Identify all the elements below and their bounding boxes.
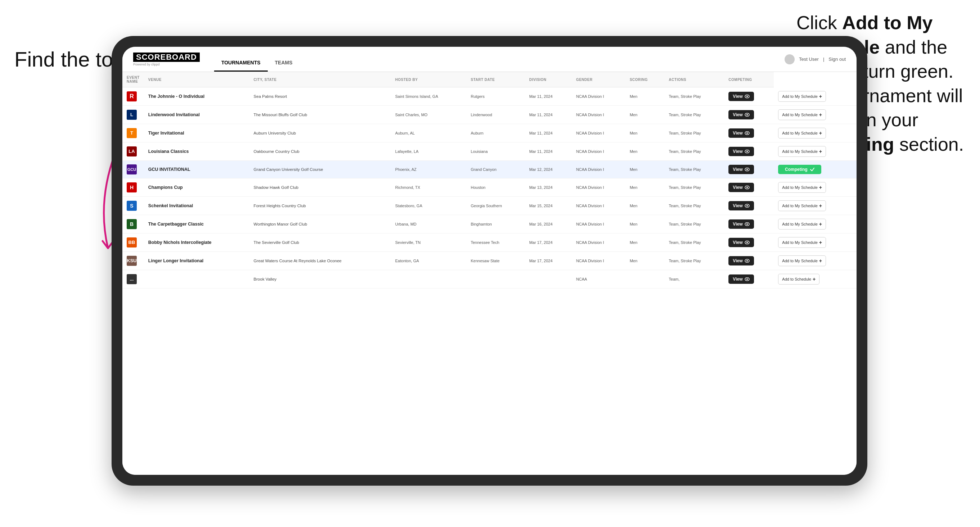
- team-logo: H: [127, 183, 137, 192]
- svg-point-7: [746, 151, 748, 152]
- cell-date: Mar 17, 2024: [525, 251, 571, 270]
- svg-point-1: [746, 96, 748, 97]
- cell-venue: Shadow Hawk Golf Club: [250, 178, 391, 197]
- svg-point-13: [746, 205, 748, 206]
- cell-date: Mar 13, 2024: [525, 178, 571, 197]
- col-header-gender: GENDER: [572, 72, 625, 87]
- cell-hosted: Georgia Southern: [466, 197, 525, 215]
- svg-point-21: [746, 278, 748, 280]
- nav-right: Test User | Sign out: [784, 54, 846, 64]
- add-to-schedule-button[interactable]: Add to My Schedule +: [778, 200, 826, 211]
- cell-gender: Men: [625, 251, 665, 270]
- view-button[interactable]: View: [729, 92, 754, 101]
- cell-actions: View: [724, 215, 774, 233]
- cell-gender: Men: [625, 124, 665, 142]
- cell-actions: View: [724, 142, 774, 160]
- cell-scoring: Team, Stroke Play: [664, 178, 724, 197]
- cell-actions: View: [724, 87, 774, 106]
- view-button[interactable]: View: [729, 183, 754, 192]
- table-row: RThe Johnnie - O IndividualSea Palms Res…: [123, 87, 857, 106]
- cell-logo: LA: [123, 142, 144, 160]
- cell-hosted: Houston: [466, 178, 525, 197]
- team-logo: GCU: [127, 164, 137, 175]
- add-to-schedule-button[interactable]: Add to My Schedule +: [778, 219, 826, 230]
- add-to-schedule-button[interactable]: Add to My Schedule +: [778, 146, 826, 157]
- navbar: SCOREBOARD Powered by clippd TOURNAMENTS…: [123, 47, 857, 72]
- cell-venue: Oakbourne Country Club: [250, 142, 391, 160]
- view-button[interactable]: View: [729, 256, 754, 265]
- view-button[interactable]: View: [729, 147, 754, 156]
- competing-button[interactable]: Competing: [778, 165, 821, 174]
- cell-logo: L: [123, 105, 144, 124]
- cell-date: [525, 270, 571, 288]
- view-button[interactable]: View: [729, 219, 754, 229]
- add-to-schedule-button[interactable]: Add to My Schedule +: [778, 128, 826, 138]
- cell-venue: Worthington Manor Golf Club: [250, 215, 391, 233]
- cell-event-name: Tiger Invitational: [144, 124, 250, 142]
- view-button[interactable]: View: [729, 165, 754, 174]
- view-button[interactable]: View: [729, 275, 754, 284]
- col-header-event: EVENT NAME: [123, 72, 144, 87]
- cell-gender: Men: [625, 178, 665, 197]
- cell-actions: View: [724, 197, 774, 215]
- team-logo: BB: [127, 237, 137, 248]
- add-to-schedule-button[interactable]: Add to My Schedule +: [778, 237, 826, 248]
- cell-event-name: Linger Longer Invitational: [144, 251, 250, 270]
- cell-logo: T: [123, 124, 144, 142]
- view-button[interactable]: View: [729, 238, 754, 247]
- logo-scoreboard: SCOREBOARD: [133, 52, 200, 62]
- col-header-city: CITY, STATE: [250, 72, 391, 87]
- tablet-screen: SCOREBOARD Powered by clippd TOURNAMENTS…: [123, 47, 857, 475]
- cell-venue: Forest Heights Country Club: [250, 197, 391, 215]
- user-avatar: [784, 54, 795, 64]
- svg-point-17: [746, 242, 748, 243]
- cell-logo: GCU: [123, 160, 144, 178]
- cell-event-name: Champions Cup: [144, 178, 250, 197]
- cell-hosted: Grand Canyon: [466, 160, 525, 178]
- cell-gender: Men: [625, 160, 665, 178]
- cell-division: NCAA Division I: [572, 124, 625, 142]
- event-name-text: Lindenwood Invitational: [148, 112, 200, 117]
- team-logo: KSU: [127, 256, 137, 266]
- cell-date: Mar 11, 2024: [525, 124, 571, 142]
- add-to-schedule-button[interactable]: Add to My Schedule +: [778, 182, 826, 193]
- cell-competing: Add to My Schedule +: [774, 105, 857, 124]
- sign-out-link[interactable]: Sign out: [829, 57, 846, 62]
- team-logo: ...: [127, 274, 137, 284]
- view-button[interactable]: View: [729, 201, 754, 210]
- cell-hosted: Tennessee Tech: [466, 233, 525, 251]
- cell-competing: Add to My Schedule +: [774, 197, 857, 215]
- cell-venue: Grand Canyon University Golf Course: [250, 160, 391, 178]
- add-to-schedule-button[interactable]: Add to My Schedule +: [778, 110, 826, 120]
- cell-city: Lafayette, LA: [391, 142, 466, 160]
- cell-event-name: Louisiana Classics: [144, 142, 250, 160]
- cell-hosted: Binghamton: [466, 215, 525, 233]
- cell-scoring: Team, Stroke Play: [664, 142, 724, 160]
- cell-event-name: [144, 270, 250, 288]
- cell-gender: Men: [625, 87, 665, 106]
- cell-actions: View: [724, 105, 774, 124]
- tab-teams[interactable]: TEAMS: [268, 47, 300, 71]
- view-button[interactable]: View: [729, 110, 754, 119]
- add-to-schedule-button[interactable]: Add to My Schedule +: [778, 256, 826, 266]
- cell-venue: Sea Palms Resort: [250, 87, 391, 106]
- cell-scoring: Team, Stroke Play: [664, 197, 724, 215]
- team-logo: S: [127, 201, 137, 211]
- cell-division: NCAA Division I: [572, 197, 625, 215]
- table-row: KSULinger Longer InvitationalGreat Water…: [123, 251, 857, 270]
- cell-date: Mar 16, 2024: [525, 215, 571, 233]
- tab-tournaments[interactable]: TOURNAMENTS: [214, 47, 268, 71]
- add-to-schedule-button[interactable]: Add to My Schedule +: [778, 91, 826, 102]
- add-to-schedule-button[interactable]: Add to Schedule +: [778, 274, 819, 284]
- cell-competing: Add to My Schedule +: [774, 233, 857, 251]
- event-name-text: Tiger Invitational: [148, 130, 184, 136]
- view-button[interactable]: View: [729, 129, 754, 138]
- cell-city: Richmond, TX: [391, 178, 466, 197]
- cell-actions: View: [724, 124, 774, 142]
- cell-actions: View: [724, 178, 774, 197]
- cell-competing: Add to My Schedule +: [774, 251, 857, 270]
- cell-event-name: GCU INVITATIONAL: [144, 160, 250, 178]
- cell-date: Mar 11, 2024: [525, 87, 571, 106]
- cell-date: Mar 17, 2024: [525, 233, 571, 251]
- tablet-frame: SCOREBOARD Powered by clippd TOURNAMENTS…: [111, 36, 867, 486]
